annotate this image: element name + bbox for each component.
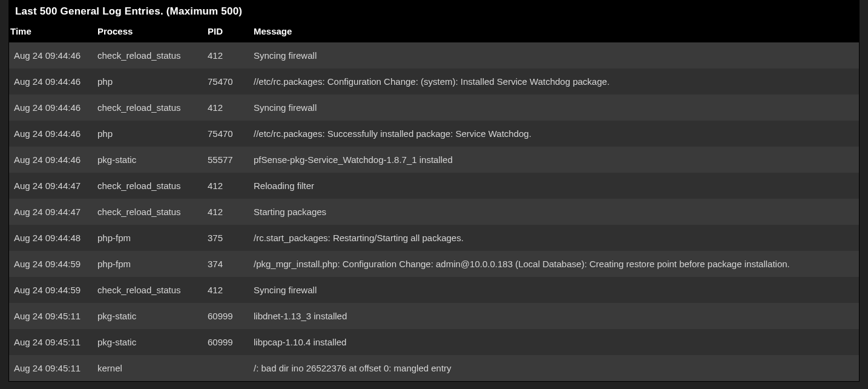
cell-message: /: bad dir ino 26522376 at offset 0: man… (248, 355, 859, 381)
cell-pid: 412 (208, 95, 248, 121)
cell-pid: 75470 (208, 121, 248, 147)
table-row: Aug 24 09:45:11kernel/: bad dir ino 2652… (9, 355, 859, 381)
cell-process: php (97, 121, 208, 147)
cell-process: check_reload_status (97, 95, 208, 121)
cell-time: Aug 24 09:45:11 (9, 355, 97, 381)
cell-message: //etc/rc.packages: Configuration Change:… (248, 68, 859, 95)
cell-time: Aug 24 09:44:46 (9, 147, 97, 173)
cell-process: check_reload_status (97, 173, 208, 199)
cell-process: pkg-static (97, 303, 208, 329)
cell-message: Syncing firewall (248, 42, 859, 68)
cell-pid: 374 (208, 251, 248, 277)
cell-process: php-fpm (97, 251, 208, 277)
cell-time: Aug 24 09:44:46 (9, 121, 97, 147)
table-row: Aug 24 09:44:46php75470//etc/rc.packages… (9, 68, 859, 95)
cell-pid: 412 (208, 173, 248, 199)
cell-process: php-fpm (97, 225, 208, 251)
cell-message: pfSense-pkg-Service_Watchdog-1.8.7_1 ins… (248, 147, 859, 173)
cell-time: Aug 24 09:44:47 (9, 173, 97, 199)
table-row: Aug 24 09:44:46check_reload_status412Syn… (9, 42, 859, 68)
cell-pid: 375 (208, 225, 248, 251)
cell-pid: 412 (208, 199, 248, 225)
cell-pid: 55577 (208, 147, 248, 173)
cell-process: pkg-static (97, 147, 208, 173)
cell-process: check_reload_status (97, 277, 208, 303)
table-row: Aug 24 09:44:46check_reload_status412Syn… (9, 95, 859, 121)
cell-pid: 60999 (208, 329, 248, 355)
cell-time: Aug 24 09:44:59 (9, 251, 97, 277)
cell-process: check_reload_status (97, 199, 208, 225)
table-row: Aug 24 09:44:46pkg-static55577pfSense-pk… (9, 147, 859, 173)
log-panel: Last 500 General Log Entries. (Maximum 5… (8, 0, 860, 382)
panel-title: Last 500 General Log Entries. (Maximum 5… (15, 5, 242, 17)
cell-message: libdnet-1.13_3 installed (248, 303, 859, 329)
cell-message: /rc.start_packages: Restarting/Starting … (248, 225, 859, 251)
cell-process: pkg-static (97, 329, 208, 355)
cell-message: Syncing firewall (248, 277, 859, 303)
cell-pid (208, 355, 248, 381)
cell-message: //etc/rc.packages: Successfully installe… (248, 121, 859, 147)
cell-time: Aug 24 09:45:11 (9, 303, 97, 329)
cell-pid: 60999 (208, 303, 248, 329)
cell-time: Aug 24 09:44:46 (9, 68, 97, 95)
table-row: Aug 24 09:45:11pkg-static60999libpcap-1.… (9, 329, 859, 355)
cell-process: check_reload_status (97, 42, 208, 68)
cell-message: Starting packages (248, 199, 859, 225)
panel-header: Last 500 General Log Entries. (Maximum 5… (9, 1, 859, 21)
cell-time: Aug 24 09:45:11 (9, 329, 97, 355)
cell-message: libpcap-1.10.4 installed (248, 329, 859, 355)
cell-pid: 412 (208, 277, 248, 303)
table-row: Aug 24 09:44:59php-fpm374/pkg_mgr_instal… (9, 251, 859, 277)
cell-time: Aug 24 09:44:46 (9, 42, 97, 68)
log-table: Time Process PID Message Aug 24 09:44:46… (9, 21, 859, 381)
table-row: Aug 24 09:44:47check_reload_status412Sta… (9, 199, 859, 225)
column-header-pid: PID (208, 21, 248, 42)
cell-time: Aug 24 09:44:47 (9, 199, 97, 225)
table-row: Aug 24 09:45:11pkg-static60999libdnet-1.… (9, 303, 859, 329)
cell-message: Syncing firewall (248, 95, 859, 121)
table-header-row: Time Process PID Message (9, 21, 859, 42)
column-header-time: Time (9, 21, 97, 42)
cell-time: Aug 24 09:44:48 (9, 225, 97, 251)
cell-message: /pkg_mgr_install.php: Configuration Chan… (248, 251, 859, 277)
column-header-message: Message (248, 21, 859, 42)
table-row: Aug 24 09:44:48php-fpm375/rc.start_packa… (9, 225, 859, 251)
cell-time: Aug 24 09:44:59 (9, 277, 97, 303)
column-header-process: Process (97, 21, 208, 42)
cell-pid: 75470 (208, 68, 248, 95)
cell-pid: 412 (208, 42, 248, 68)
cell-process: php (97, 68, 208, 95)
table-row: Aug 24 09:44:47check_reload_status412Rel… (9, 173, 859, 199)
table-row: Aug 24 09:44:46php75470//etc/rc.packages… (9, 121, 859, 147)
cell-process: kernel (97, 355, 208, 381)
cell-message: Reloading filter (248, 173, 859, 199)
cell-time: Aug 24 09:44:46 (9, 95, 97, 121)
table-row: Aug 24 09:44:59check_reload_status412Syn… (9, 277, 859, 303)
